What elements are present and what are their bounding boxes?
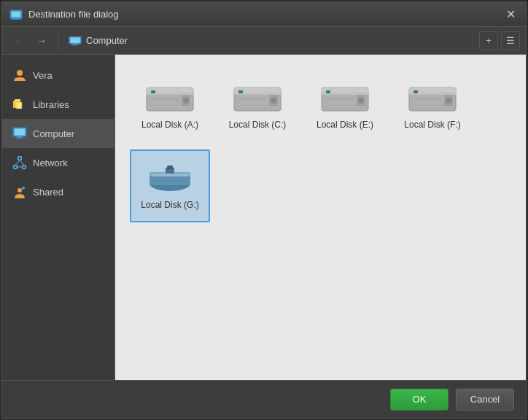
disk-item-e[interactable]: Local Disk (E:) — [305, 69, 385, 142]
sidebar-item-shared[interactable]: Shared — [2, 177, 114, 206]
ok-button[interactable]: OK — [390, 389, 449, 411]
svg-point-18 — [23, 166, 26, 169]
svg-point-36 — [271, 98, 276, 104]
forward-button[interactable]: → — [31, 31, 52, 50]
svg-rect-14 — [18, 136, 22, 138]
hdd-icon-c — [233, 82, 282, 115]
svg-point-8 — [17, 70, 23, 76]
svg-rect-51 — [414, 90, 418, 93]
sidebar-item-network-label: Network — [33, 158, 68, 168]
svg-rect-57 — [167, 166, 173, 169]
disk-label-f: Local Disk (F:) — [404, 120, 460, 130]
disk-item-a[interactable]: Local Disk (A:) — [130, 69, 210, 142]
disk-label-g: Local Disk (G:) — [141, 200, 198, 210]
computer-breadcrumb-icon — [69, 36, 82, 46]
disk-label-a: Local Disk (A:) — [141, 120, 198, 130]
hdd-icon-f — [408, 82, 457, 115]
svg-line-19 — [15, 160, 20, 166]
disk-item-c[interactable]: Local Disk (C:) — [217, 69, 298, 142]
sidebar-item-network[interactable]: Network — [2, 148, 114, 177]
svg-rect-6 — [73, 44, 78, 44]
svg-rect-52 — [411, 98, 441, 100]
svg-point-17 — [14, 166, 18, 169]
svg-rect-31 — [148, 98, 179, 100]
sidebar: Vera Libraries — [2, 55, 115, 380]
svg-rect-7 — [71, 44, 79, 45]
disk-item-f[interactable]: Local Disk (F:) — [392, 69, 473, 142]
toolbar: ← → Computer + ☰ — [2, 27, 526, 55]
svg-rect-13 — [15, 129, 25, 136]
disk-label-e: Local Disk (E:) — [317, 120, 373, 130]
sidebar-item-computer-label: Computer — [33, 128, 74, 139]
footer: OK Cancel — [2, 380, 526, 418]
svg-rect-45 — [323, 98, 354, 100]
svg-point-23 — [22, 187, 25, 190]
usb-icon-g — [145, 162, 195, 195]
svg-rect-30 — [151, 90, 155, 93]
sidebar-item-computer[interactable]: Computer — [2, 119, 114, 148]
toolbar-separator — [58, 32, 58, 50]
disk-items-grid: Local Disk (A:) Local Disk (C:) — [130, 69, 511, 222]
svg-rect-1 — [12, 12, 20, 17]
close-button[interactable]: ✕ — [502, 7, 519, 23]
destination-file-dialog: Destination file dialog ✕ ← → Computer +… — [1, 1, 527, 419]
back-button[interactable]: ← — [8, 31, 28, 50]
disk-label-c: Local Disk (C:) — [229, 120, 287, 130]
svg-rect-2 — [14, 18, 18, 19]
sidebar-item-libraries[interactable]: Libraries — [2, 90, 114, 119]
user-icon — [12, 68, 27, 82]
cancel-button[interactable]: Cancel — [456, 389, 514, 411]
libraries-icon — [12, 97, 27, 112]
svg-rect-38 — [236, 98, 266, 100]
hdd-icon-a — [145, 82, 195, 115]
hdd-icon-e — [320, 82, 370, 115]
svg-rect-15 — [16, 138, 23, 139]
breadcrumb-area: Computer — [64, 35, 476, 46]
svg-point-16 — [18, 157, 22, 160]
title-bar: Destination file dialog ✕ — [2, 2, 526, 27]
sidebar-item-shared-label: Shared — [33, 187, 63, 198]
breadcrumb-text: Computer — [86, 35, 128, 46]
shared-icon — [12, 184, 27, 199]
svg-point-29 — [183, 98, 189, 104]
toolbar-right: + ☰ — [479, 31, 520, 50]
svg-rect-3 — [12, 18, 20, 19]
main-pane: Local Disk (A:) Local Disk (C:) — [115, 55, 526, 380]
svg-point-50 — [446, 98, 451, 104]
svg-rect-37 — [238, 90, 243, 93]
svg-rect-58 — [151, 174, 189, 176]
add-folder-button[interactable]: + — [479, 31, 498, 50]
disk-item-g[interactable]: Local Disk (G:) — [130, 149, 210, 222]
list-view-button[interactable]: ☰ — [501, 31, 520, 50]
svg-rect-5 — [70, 37, 79, 42]
svg-point-43 — [358, 98, 364, 104]
content-area: Vera Libraries — [2, 55, 526, 380]
svg-rect-44 — [326, 90, 330, 93]
dialog-title: Destination file dialog — [28, 9, 497, 20]
sidebar-item-vera[interactable]: Vera — [2, 61, 114, 90]
computer-icon — [12, 126, 27, 141]
svg-line-20 — [20, 160, 24, 166]
dialog-icon — [9, 8, 23, 21]
sidebar-item-libraries-label: Libraries — [33, 99, 69, 110]
svg-rect-11 — [16, 102, 22, 109]
sidebar-item-vera-label: Vera — [33, 70, 53, 81]
network-icon — [12, 155, 27, 170]
